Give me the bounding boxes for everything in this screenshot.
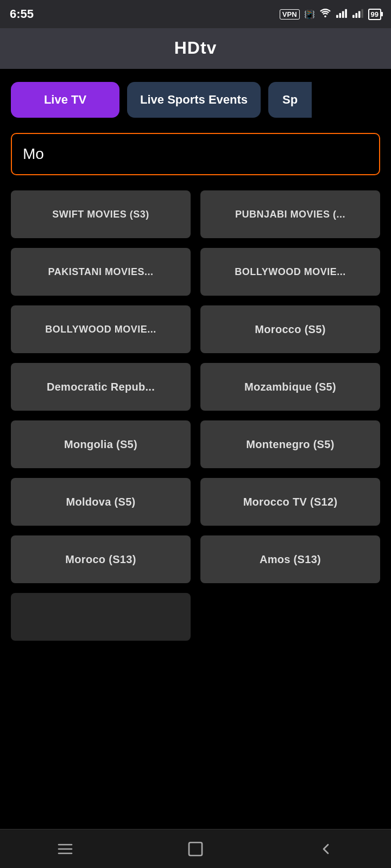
svg-rect-1: [336, 15, 338, 18]
channel-btn[interactable]: Mongolia (S5): [11, 420, 191, 468]
svg-rect-6: [355, 13, 357, 18]
tab-live-tv[interactable]: Live TV: [11, 82, 119, 118]
svg-rect-2: [339, 13, 341, 18]
svg-rect-5: [352, 15, 355, 18]
channel-btn[interactable]: Morocco (S5): [200, 305, 380, 353]
svg-rect-8: [361, 9, 363, 18]
tab-live-sports[interactable]: Live Sports Events: [127, 82, 261, 118]
tab-sp[interactable]: Sp: [268, 82, 312, 118]
channel-btn[interactable]: Montenegro (S5): [200, 420, 380, 468]
app-header: HDtv: [0, 28, 391, 69]
signal2-icon: [352, 8, 364, 20]
search-container: [11, 133, 380, 175]
svg-rect-12: [189, 843, 202, 856]
channel-btn[interactable]: Mozambique (S5): [200, 363, 380, 411]
main-content: Live TV Live Sports Events Sp SWIFT MOVI…: [0, 69, 391, 652]
channel-btn[interactable]: BOLLYWOOD MOVIE...: [200, 248, 380, 296]
vibrate-icon: 📳: [304, 9, 315, 20]
vpn-icon: VPN: [280, 9, 300, 20]
channel-btn[interactable]: Democratic Repub...: [11, 363, 191, 411]
channel-btn[interactable]: SWIFT MOVIES (S3): [11, 190, 191, 238]
tabs-row: Live TV Live Sports Events Sp: [11, 82, 380, 118]
svg-rect-3: [342, 11, 344, 18]
home-icon[interactable]: [174, 835, 217, 863]
search-input[interactable]: [11, 133, 380, 175]
channel-btn[interactable]: PAKISTANI MOVIES...: [11, 248, 191, 296]
svg-point-0: [324, 16, 326, 18]
channel-btn[interactable]: Moroco (S13): [11, 535, 191, 583]
svg-rect-7: [358, 11, 360, 18]
channel-btn[interactable]: BOLLYWOOD MOVIE...: [11, 305, 191, 353]
bottom-nav: [0, 829, 391, 868]
status-time: 6:55: [10, 7, 34, 21]
app-title: HDtv: [174, 38, 217, 58]
channel-btn[interactable]: Amos (S13): [200, 535, 380, 583]
channel-btn[interactable]: [11, 593, 191, 641]
signal-icon: [336, 8, 348, 20]
wifi-icon: [319, 8, 331, 20]
back-icon[interactable]: [304, 835, 348, 863]
status-icons: VPN 📳 99: [280, 8, 381, 20]
channel-btn[interactable]: PUBNJABI MOVIES (...: [200, 190, 380, 238]
channel-btn[interactable]: Moldova (S5): [11, 478, 191, 526]
menu-icon[interactable]: [43, 835, 87, 863]
status-bar: 6:55 VPN 📳: [0, 0, 391, 28]
channel-btn[interactable]: Morocco TV (S12): [200, 478, 380, 526]
channels-grid: SWIFT MOVIES (S3) PUBNJABI MOVIES (... P…: [11, 190, 380, 652]
svg-rect-4: [345, 9, 347, 18]
battery-icon: 99: [368, 9, 381, 20]
